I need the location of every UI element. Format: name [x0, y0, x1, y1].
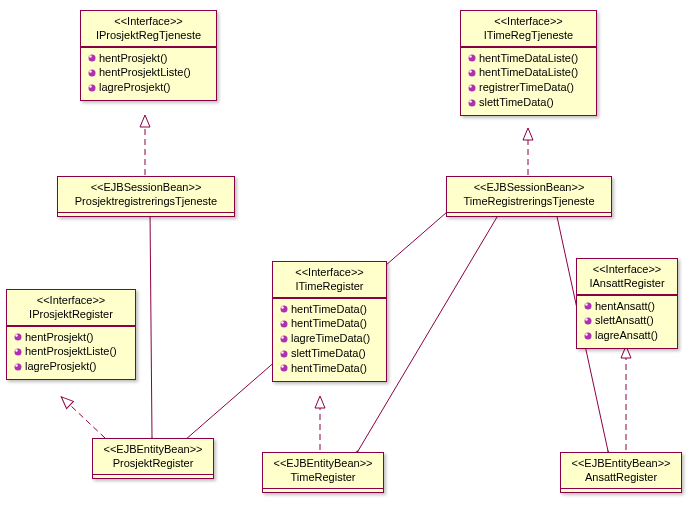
empty-compartment — [58, 212, 234, 216]
class-itimeregtjeneste[interactable]: <<Interface>> ITimeRegTjeneste hentTimeD… — [460, 10, 597, 116]
svg-point-30 — [281, 306, 283, 308]
operation: hentProsjektListe() — [13, 344, 129, 359]
stereotype-label: <<EJBEntityBean>> — [271, 456, 375, 470]
svg-point-11 — [89, 69, 96, 76]
svg-point-12 — [89, 70, 91, 72]
svg-point-27 — [15, 363, 22, 370]
class-header: <<Interface>> ITimeRegister — [273, 262, 386, 298]
svg-point-42 — [585, 318, 587, 320]
operation-icon — [583, 301, 593, 311]
class-header: <<Interface>> ITimeRegTjeneste — [461, 11, 596, 47]
class-prosjektregister[interactable]: <<EJBEntityBean>> ProsjektRegister — [92, 438, 214, 479]
class-header: <<EJBSessionBean>> Prosjektregistrerings… — [58, 177, 234, 212]
operation-name: lagreAnsatt() — [595, 328, 658, 343]
class-timeregister[interactable]: <<EJBEntityBean>> TimeRegister — [262, 452, 384, 493]
operation-name: hentAnsatt() — [595, 299, 655, 314]
operations-compartment: hentTimeData() hentTimeData() lagreTimeD… — [273, 297, 386, 381]
operation: hentAnsatt() — [583, 299, 671, 314]
class-ansattregister[interactable]: <<EJBEntityBean>> AnsattRegister — [560, 452, 682, 493]
svg-point-19 — [469, 84, 476, 91]
svg-point-43 — [585, 332, 592, 339]
svg-line-2 — [70, 405, 105, 438]
svg-point-40 — [585, 303, 587, 305]
class-name: ProsjektRegister — [101, 456, 205, 470]
operation: lagreTimeData() — [279, 331, 380, 346]
operation-name: slettTimeData() — [291, 346, 366, 361]
svg-point-36 — [281, 351, 283, 353]
class-header: <<EJBEntityBean>> ProsjektRegister — [93, 439, 213, 474]
operation: registrerTimeData() — [467, 80, 590, 95]
svg-point-25 — [15, 348, 22, 355]
operation-name: hentTimeData() — [291, 316, 367, 331]
class-iprosjektregister[interactable]: <<Interface>> IProsjektRegister hentPros… — [6, 289, 136, 380]
class-name: ITimeRegister — [281, 279, 378, 293]
stereotype-label: <<EJBEntityBean>> — [101, 442, 205, 456]
operation-icon — [87, 68, 97, 78]
operation: lagreProsjekt() — [13, 359, 129, 374]
operation-icon — [467, 83, 477, 93]
operation: hentTimeDataListe() — [467, 51, 590, 66]
operation-icon — [13, 332, 23, 342]
empty-compartment — [93, 474, 213, 478]
class-header: <<Interface>> IProsjektRegister — [7, 290, 135, 326]
svg-point-15 — [469, 55, 476, 62]
operation-icon — [583, 316, 593, 326]
class-name: ITimeRegTjeneste — [469, 28, 588, 42]
operation-name: lagreProsjekt() — [25, 359, 97, 374]
svg-point-18 — [469, 70, 471, 72]
operation: lagreAnsatt() — [583, 328, 671, 343]
class-itimeregister[interactable]: <<Interface>> ITimeRegister hentTimeData… — [272, 261, 387, 382]
svg-point-22 — [469, 100, 471, 102]
operation: hentProsjekt() — [13, 330, 129, 345]
operation-name: lagreProsjekt() — [99, 80, 171, 95]
operation-name: hentProsjektListe() — [25, 344, 117, 359]
empty-compartment — [561, 488, 681, 492]
class-iprosjektregtjeneste[interactable]: <<Interface>> IProsjektRegTjeneste hentP… — [80, 10, 217, 101]
operation-icon — [279, 363, 289, 373]
class-prosjektregistreringstjeneste[interactable]: <<EJBSessionBean>> Prosjektregistrerings… — [57, 176, 235, 217]
operation: hentTimeDataListe() — [467, 65, 590, 80]
svg-point-44 — [585, 333, 587, 335]
operation: slettTimeData() — [279, 346, 380, 361]
operation: hentProsjektListe() — [87, 65, 210, 80]
stereotype-label: <<Interface>> — [281, 265, 378, 279]
stereotype-label: <<Interface>> — [89, 14, 208, 28]
class-name: TimeRegistreringsTjeneste — [455, 194, 603, 208]
svg-point-37 — [281, 365, 288, 372]
operation-name: hentProsjektListe() — [99, 65, 191, 80]
svg-point-9 — [89, 55, 96, 62]
svg-line-5 — [150, 211, 152, 438]
stereotype-label: <<Interface>> — [15, 293, 127, 307]
class-timeregistreringstjeneste[interactable]: <<EJBSessionBean>> TimeRegistreringsTjen… — [446, 176, 612, 217]
operation-name: hentProsjekt() — [99, 51, 167, 66]
operation: lagreProsjekt() — [87, 80, 210, 95]
operation-name: slettTimeData() — [479, 95, 554, 110]
stereotype-label: <<EJBSessionBean>> — [66, 180, 226, 194]
operation-icon — [13, 362, 23, 372]
operation-icon — [467, 68, 477, 78]
class-header: <<EJBEntityBean>> AnsattRegister — [561, 453, 681, 488]
operation-name: registrerTimeData() — [479, 80, 574, 95]
svg-point-23 — [15, 334, 22, 341]
operations-compartment: hentProsjekt() hentProsjektListe() lagre… — [7, 325, 135, 380]
svg-point-17 — [469, 69, 476, 76]
svg-point-21 — [469, 99, 476, 106]
stereotype-label: <<Interface>> — [469, 14, 588, 28]
svg-point-13 — [89, 84, 96, 91]
operation-icon — [279, 319, 289, 329]
stereotype-label: <<EJBSessionBean>> — [455, 180, 603, 194]
operation-name: hentTimeData() — [291, 361, 367, 376]
svg-point-35 — [281, 350, 288, 357]
operation-icon — [87, 83, 97, 93]
operation: slettAnsatt() — [583, 313, 671, 328]
svg-point-41 — [585, 317, 592, 324]
class-iansattregister[interactable]: <<Interface>> IAnsattRegister hentAnsatt… — [576, 258, 678, 349]
operation-icon — [583, 331, 593, 341]
class-name: IProsjektRegister — [15, 307, 127, 321]
svg-point-16 — [469, 55, 471, 57]
class-header: <<EJBEntityBean>> TimeRegister — [263, 453, 383, 488]
class-name: AnsattRegister — [569, 470, 673, 484]
class-name: IAnsattRegister — [585, 276, 669, 290]
class-name: IProsjektRegTjeneste — [89, 28, 208, 42]
operation-name: slettAnsatt() — [595, 313, 654, 328]
